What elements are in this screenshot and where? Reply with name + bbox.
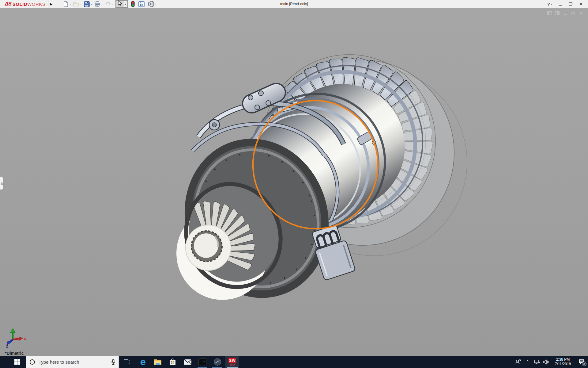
save-button[interactable]: ▾ bbox=[84, 0, 92, 8]
minimize-button[interactable] bbox=[556, 0, 565, 8]
menu-flyout-button[interactable]: ▶ bbox=[48, 1, 54, 7]
show-right-pane-icon[interactable] bbox=[555, 11, 560, 16]
triad-y-label: Y bbox=[12, 328, 14, 332]
undo-icon bbox=[105, 1, 111, 7]
cortana-circle-icon bbox=[30, 359, 35, 365]
rebuild-button[interactable] bbox=[131, 0, 135, 8]
clock-date: 7/11/2018 bbox=[551, 362, 575, 366]
restore-button[interactable] bbox=[566, 0, 575, 8]
notification-badge: 3 bbox=[582, 362, 586, 366]
store-button[interactable] bbox=[166, 356, 180, 368]
select-cursor-icon bbox=[117, 0, 122, 6]
minimize-icon bbox=[559, 5, 562, 6]
network-button[interactable] bbox=[532, 356, 541, 368]
mail-icon bbox=[184, 359, 192, 365]
help-button[interactable]: ? ▾ bbox=[545, 0, 554, 8]
triad-z-label: Z bbox=[6, 345, 8, 348]
dropdown-arrow[interactable]: ▾ bbox=[70, 3, 71, 6]
edrawings-button[interactable] bbox=[210, 356, 224, 368]
solidworks-2017-icon: SW 2017 bbox=[229, 358, 236, 366]
system-tray: ⌃ 2:38 PM 7/11/2018 bbox=[514, 356, 588, 368]
dropdown-arrow[interactable]: ▾ bbox=[155, 3, 156, 6]
options-gear-icon bbox=[148, 1, 154, 7]
doc-close-icon[interactable]: ✕ bbox=[579, 11, 584, 16]
windows-taskbar: Type here to search e bbox=[0, 356, 588, 368]
clock[interactable]: 2:38 PM 7/11/2018 bbox=[551, 357, 575, 366]
options-button[interactable]: ▾ bbox=[148, 0, 157, 8]
chevron-up-icon: ⌃ bbox=[526, 360, 529, 364]
new-document-icon bbox=[63, 1, 69, 7]
show-left-pane-icon[interactable] bbox=[547, 11, 552, 16]
dropdown-arrow[interactable]: ▾ bbox=[112, 3, 113, 6]
document-window-controls: ✕ bbox=[547, 11, 584, 16]
rebuild-traffic-light-icon bbox=[131, 1, 135, 7]
edrawings-hexagon-icon bbox=[213, 358, 221, 366]
jet-engine-model bbox=[0, 8, 588, 356]
windows-logo-icon bbox=[14, 359, 20, 365]
solidworks-button[interactable]: SW 2017 bbox=[225, 356, 239, 368]
open-button[interactable]: ▾ bbox=[73, 0, 82, 8]
dropdown-arrow[interactable]: ▾ bbox=[101, 3, 103, 6]
3d-viewport[interactable]: ✕ X Z Y *Dimetric bbox=[0, 8, 588, 356]
orientation-triad: X Z Y bbox=[4, 328, 27, 348]
task-view-icon bbox=[123, 359, 130, 365]
file-explorer-icon bbox=[154, 358, 162, 365]
edge-icon: e bbox=[140, 358, 146, 366]
doc-restore-icon[interactable] bbox=[571, 11, 576, 16]
mail-button[interactable] bbox=[181, 356, 195, 368]
network-icon bbox=[534, 359, 540, 365]
task-view-button[interactable] bbox=[120, 356, 134, 368]
search-placeholder: Type here to search bbox=[39, 359, 111, 365]
file-properties-icon bbox=[138, 1, 145, 7]
solidworks-logo: ΔS SOLID WORKS bbox=[5, 0, 45, 8]
edge-button[interactable]: e bbox=[136, 356, 150, 368]
feature-panel-tab[interactable] bbox=[0, 177, 3, 190]
start-button[interactable] bbox=[9, 356, 26, 368]
print-button[interactable]: ▾ bbox=[94, 0, 103, 8]
doc-minimize-icon[interactable] bbox=[563, 11, 568, 16]
restore-icon bbox=[569, 2, 572, 6]
open-icon bbox=[73, 1, 79, 7]
close-icon: ✕ bbox=[579, 1, 583, 7]
volume-button[interactable] bbox=[541, 356, 551, 368]
command-prompt-icon: C:\_ bbox=[198, 358, 206, 365]
new-document-button[interactable]: ▾ bbox=[63, 0, 71, 8]
undo-button[interactable]: ▾ bbox=[105, 0, 114, 8]
close-button[interactable]: ✕ bbox=[576, 0, 586, 8]
microphone-icon[interactable] bbox=[111, 359, 115, 365]
dropdown-arrow[interactable]: ▾ bbox=[80, 3, 81, 6]
file-properties-button[interactable] bbox=[138, 0, 145, 8]
action-center-button[interactable]: 3 bbox=[575, 356, 588, 368]
triad-x-label: X bbox=[24, 337, 26, 341]
people-button[interactable] bbox=[514, 356, 523, 368]
command-prompt-button[interactable]: C:\_ bbox=[195, 356, 209, 368]
select-tool-button[interactable]: ▾ bbox=[115, 0, 128, 8]
taskbar-search-input[interactable]: Type here to search bbox=[26, 356, 119, 368]
dropdown-arrow[interactable]: ▾ bbox=[91, 3, 92, 6]
save-icon bbox=[84, 1, 90, 7]
file-explorer-button[interactable] bbox=[151, 356, 165, 368]
store-icon bbox=[169, 358, 176, 366]
view-orientation-label: *Dimetric bbox=[5, 351, 24, 356]
help-dropdown-arrow[interactable]: ▾ bbox=[551, 3, 552, 6]
people-icon bbox=[515, 359, 522, 365]
dropdown-arrow[interactable]: ▾ bbox=[123, 1, 127, 7]
print-icon bbox=[94, 1, 100, 7]
speaker-icon bbox=[543, 359, 549, 365]
clock-time: 2:38 PM bbox=[551, 357, 575, 362]
ds-logo-mark: ΔS bbox=[5, 1, 11, 7]
tray-overflow-button[interactable]: ⌃ bbox=[523, 356, 532, 368]
quick-toolbar: ▾ ▾ ▾ bbox=[63, 0, 159, 8]
title-bar: ΔS SOLID WORKS ▶ ▾ ▾ bbox=[0, 0, 588, 8]
